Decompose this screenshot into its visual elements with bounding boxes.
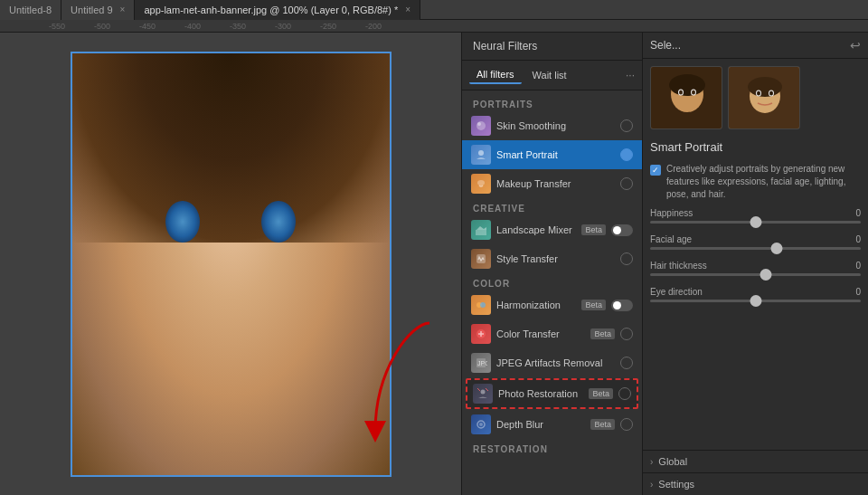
landscape-mixer-badge: Beta [581,224,606,235]
slider-hair-thickness-label: Hair thickness [650,261,707,271]
style-transfer-toggle[interactable] [620,252,633,265]
makeup-transfer-label: Makeup Transfer [496,178,615,189]
photo-restoration-icon [473,384,493,404]
photo-restoration-toggle[interactable] [618,387,631,400]
smart-portrait-toggle[interactable] [620,148,633,161]
collapsible-settings[interactable]: › Settings [643,472,868,495]
filter-style-transfer[interactable]: Style Transfer [462,244,642,273]
skin-smoothing-label: Skin Smoothing [496,120,615,131]
makeup-transfer-toggle[interactable] [620,177,633,190]
slider-happiness-label: Happiness [650,208,693,218]
harmonization-badge: Beta [581,300,606,310]
svg-text:JPG: JPG [477,360,487,366]
jpeg-artifacts-toggle[interactable] [620,357,633,369]
color-transfer-badge: Beta [590,328,615,339]
tab-banner[interactable]: app-lam-net-anh-banner.jpg @ 100% (Layer… [135,0,420,20]
svg-rect-5 [476,254,486,263]
ruler: -550 -500 -450 -400 -350 -300 -250 -200 [0,20,868,33]
filter-depth-blur[interactable]: Depth Blur Beta [462,410,642,439]
portrait-eye-left [165,201,200,243]
slider-hair-thickness-track[interactable] [650,273,861,276]
right-panel: Sele... ↩ [642,33,868,495]
filter-landscape-mixer[interactable]: Landscape Mixer Beta [462,215,642,244]
svg-point-26 [757,91,760,96]
ruler-mark: -200 [365,22,410,31]
preview-thumb-before[interactable] [650,66,722,129]
slider-facial-age-label: Facial age [650,234,692,244]
color-transfer-toggle[interactable] [620,328,633,340]
slider-eye-direction-label: Eye direction [650,287,703,297]
preview-face-before [651,67,722,129]
tab-label: Untitled 9 [71,5,112,15]
preview-face-after [729,67,799,129]
section-portraits-header: PORTRAITS [462,94,642,111]
slider-hair-thickness-value: 0 [855,261,861,271]
color-transfer-icon [471,324,491,344]
tab-bar: Untitled-8 Untitled 9 × app-lam-net-anh-… [0,0,868,20]
smart-portrait-icon [471,145,491,165]
ruler-mark: -500 [94,22,139,31]
tab-wait-list[interactable]: Wait list [525,67,574,83]
ruler-mark: -400 [184,22,230,31]
depth-blur-badge: Beta [590,419,615,430]
filter-skin-smoothing[interactable]: Skin Smoothing [462,111,642,140]
smart-portrait-label: Smart Portrait [496,149,615,160]
slider-happiness-track[interactable] [650,221,861,224]
landscape-mixer-toggle[interactable] [611,224,633,236]
depth-blur-toggle[interactable] [620,418,633,431]
select-label: Sele... [650,39,681,52]
settings-label: Settings [658,479,694,490]
tab-label: app-lam-net-anh-banner.jpg @ 100% (Layer… [144,5,398,15]
makeup-transfer-icon [471,174,491,194]
filter-smart-portrait[interactable]: Smart Portrait [462,140,642,169]
filter-photo-restoration[interactable]: Photo Restoration Beta [466,378,638,409]
slider-eye-direction-track[interactable] [650,300,861,302]
filter-color-transfer[interactable]: Color Transfer Beta [462,319,642,348]
photo-restoration-badge: Beta [589,388,613,399]
preview-images [643,59,868,137]
ruler-mark: -550 [49,22,94,31]
preview-thumb-after[interactable] [728,66,800,129]
depth-blur-icon [471,414,491,434]
tab-close-icon[interactable]: × [120,5,126,14]
slider-facial-age: Facial age 0 [650,234,861,250]
tab-close-icon[interactable]: × [405,5,410,14]
svg-point-1 [477,122,481,126]
svg-point-0 [476,121,486,130]
slider-hair-thickness: Hair thickness 0 [650,261,861,276]
svg-point-19 [679,90,683,95]
landscape-mixer-label: Landscape Mixer [496,224,576,235]
filter-harmonization[interactable]: Harmonization Beta [462,290,642,319]
slider-facial-age-thumb[interactable] [770,243,782,254]
global-label: Global [658,456,687,467]
section-restoration-header: RESTORATION [462,439,642,456]
depth-blur-label: Depth Blur [496,419,585,430]
slider-facial-age-track[interactable] [650,247,861,250]
ruler-mark: -300 [275,22,320,31]
slider-eye-direction-thumb[interactable] [750,295,761,307]
slider-hair-thickness-thumb[interactable] [760,269,772,281]
svg-point-27 [769,91,773,96]
main-content: Neural Filters All filters Wait list ···… [0,33,868,495]
filter-description: Creatively adjust portraits by generatin… [666,163,861,201]
tab-untitled-9[interactable]: Untitled 9 × [61,0,135,20]
undo-button[interactable]: ↩ [850,38,861,52]
filter-enabled-checkbox[interactable] [650,165,661,176]
filter-checkbox-row: Creatively adjust portraits by generatin… [643,159,868,205]
tab-untitled-8[interactable]: Untitled-8 [0,0,61,20]
tab-all-filters[interactable]: All filters [469,66,522,84]
slider-happiness-thumb[interactable] [750,216,761,228]
slider-facial-age-label-row: Facial age 0 [650,234,861,244]
filter-makeup-transfer[interactable]: Makeup Transfer [462,169,642,198]
section-color-header: COLOR [462,273,642,290]
harmonization-icon [471,295,491,315]
harmonization-toggle[interactable] [611,300,633,311]
harmonization-label: Harmonization [496,300,576,310]
collapsible-global[interactable]: › Global [643,450,868,472]
style-transfer-icon [471,249,491,269]
canvas-area [0,33,461,495]
filter-jpeg-artifacts[interactable]: JPG JPEG Artifacts Removal [462,348,642,377]
more-options-button[interactable]: ··· [626,69,635,81]
skin-smoothing-toggle[interactable] [620,119,633,132]
svg-point-11 [481,390,486,395]
